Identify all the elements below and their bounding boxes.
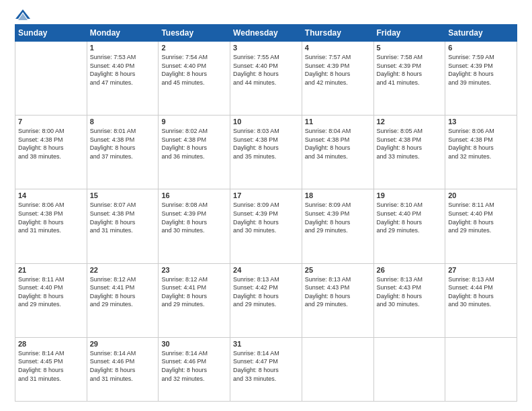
day-number: 27 xyxy=(448,266,514,274)
day-number: 19 xyxy=(377,191,443,199)
day-info: Sunrise: 8:11 AM Sunset: 4:40 PM Dayligh… xyxy=(18,275,84,309)
day-info: Sunrise: 8:02 AM Sunset: 4:38 PM Dayligh… xyxy=(161,127,227,161)
calendar-cell: 13Sunrise: 8:06 AM Sunset: 4:38 PM Dayli… xyxy=(445,116,517,189)
weekday-monday: Monday xyxy=(87,25,159,42)
day-info: Sunrise: 8:04 AM Sunset: 4:38 PM Dayligh… xyxy=(305,127,371,161)
weekday-saturday: Saturday xyxy=(445,25,517,42)
day-info: Sunrise: 8:13 AM Sunset: 4:42 PM Dayligh… xyxy=(233,275,299,309)
calendar-cell: 30Sunrise: 8:14 AM Sunset: 4:46 PM Dayli… xyxy=(159,337,230,401)
day-number: 9 xyxy=(161,118,227,126)
logo xyxy=(15,12,30,17)
week-row-3: 21Sunrise: 8:11 AM Sunset: 4:40 PM Dayli… xyxy=(15,263,517,337)
day-number: 15 xyxy=(90,191,156,199)
calendar-cell: 18Sunrise: 8:09 AM Sunset: 4:39 PM Dayli… xyxy=(302,189,373,263)
day-info: Sunrise: 7:55 AM Sunset: 4:40 PM Dayligh… xyxy=(233,53,299,87)
calendar-cell: 16Sunrise: 8:08 AM Sunset: 4:39 PM Dayli… xyxy=(159,189,230,263)
calendar-cell: 27Sunrise: 8:13 AM Sunset: 4:44 PM Dayli… xyxy=(445,263,517,337)
calendar-cell xyxy=(302,337,373,401)
calendar-cell xyxy=(373,337,445,401)
day-number: 26 xyxy=(377,266,443,274)
day-info: Sunrise: 8:14 AM Sunset: 4:47 PM Dayligh… xyxy=(233,349,299,383)
day-info: Sunrise: 8:12 AM Sunset: 4:41 PM Dayligh… xyxy=(161,275,227,309)
calendar-cell: 12Sunrise: 8:05 AM Sunset: 4:38 PM Dayli… xyxy=(373,116,445,189)
day-number: 5 xyxy=(377,44,443,52)
day-number: 31 xyxy=(233,340,299,348)
calendar-cell: 5Sunrise: 7:58 AM Sunset: 4:39 PM Daylig… xyxy=(373,42,445,116)
calendar-cell: 4Sunrise: 7:57 AM Sunset: 4:39 PM Daylig… xyxy=(302,42,373,116)
calendar-cell: 29Sunrise: 8:14 AM Sunset: 4:46 PM Dayli… xyxy=(87,337,159,401)
day-number: 1 xyxy=(90,44,156,52)
day-number: 4 xyxy=(305,44,371,52)
calendar-cell: 24Sunrise: 8:13 AM Sunset: 4:42 PM Dayli… xyxy=(230,263,302,337)
day-info: Sunrise: 8:10 AM Sunset: 4:40 PM Dayligh… xyxy=(377,201,443,234)
calendar-cell: 1Sunrise: 7:53 AM Sunset: 4:40 PM Daylig… xyxy=(87,42,159,116)
calendar-cell: 26Sunrise: 8:13 AM Sunset: 4:43 PM Dayli… xyxy=(373,263,445,337)
day-number: 24 xyxy=(233,266,299,274)
day-info: Sunrise: 8:13 AM Sunset: 4:44 PM Dayligh… xyxy=(448,275,514,309)
day-number: 23 xyxy=(161,266,227,274)
calendar-cell: 31Sunrise: 8:14 AM Sunset: 4:47 PM Dayli… xyxy=(230,337,302,401)
calendar-cell: 28Sunrise: 8:14 AM Sunset: 4:45 PM Dayli… xyxy=(15,337,87,401)
day-number: 18 xyxy=(305,191,371,199)
day-info: Sunrise: 8:06 AM Sunset: 4:38 PM Dayligh… xyxy=(448,127,514,161)
day-number: 28 xyxy=(18,340,84,348)
week-row-2: 14Sunrise: 8:06 AM Sunset: 4:38 PM Dayli… xyxy=(15,189,517,263)
day-number: 20 xyxy=(448,191,514,199)
day-number: 14 xyxy=(18,191,84,199)
calendar-cell: 10Sunrise: 8:03 AM Sunset: 4:38 PM Dayli… xyxy=(230,116,302,189)
calendar-cell: 15Sunrise: 8:07 AM Sunset: 4:38 PM Dayli… xyxy=(87,189,159,263)
day-number: 25 xyxy=(305,266,371,274)
day-info: Sunrise: 8:14 AM Sunset: 4:46 PM Dayligh… xyxy=(90,349,156,383)
day-info: Sunrise: 8:00 AM Sunset: 4:38 PM Dayligh… xyxy=(18,127,84,161)
day-info: Sunrise: 8:07 AM Sunset: 4:38 PM Dayligh… xyxy=(90,201,156,234)
day-number: 6 xyxy=(448,44,514,52)
day-number: 2 xyxy=(161,44,227,52)
calendar-cell: 2Sunrise: 7:54 AM Sunset: 4:40 PM Daylig… xyxy=(159,42,230,116)
day-info: Sunrise: 8:11 AM Sunset: 4:40 PM Dayligh… xyxy=(448,201,514,234)
day-info: Sunrise: 8:13 AM Sunset: 4:43 PM Dayligh… xyxy=(377,275,443,309)
weekday-friday: Friday xyxy=(373,25,445,42)
calendar-cell: 11Sunrise: 8:04 AM Sunset: 4:38 PM Dayli… xyxy=(302,116,373,189)
day-info: Sunrise: 8:13 AM Sunset: 4:43 PM Dayligh… xyxy=(305,275,371,309)
day-number: 11 xyxy=(305,118,371,126)
day-info: Sunrise: 8:08 AM Sunset: 4:39 PM Dayligh… xyxy=(161,201,227,234)
day-info: Sunrise: 8:06 AM Sunset: 4:38 PM Dayligh… xyxy=(18,201,84,234)
weekday-sunday: Sunday xyxy=(15,25,87,42)
calendar-cell: 14Sunrise: 8:06 AM Sunset: 4:38 PM Dayli… xyxy=(15,189,87,263)
calendar-cell: 8Sunrise: 8:01 AM Sunset: 4:38 PM Daylig… xyxy=(87,116,159,189)
day-info: Sunrise: 8:09 AM Sunset: 4:39 PM Dayligh… xyxy=(305,201,371,234)
calendar-cell: 23Sunrise: 8:12 AM Sunset: 4:41 PM Dayli… xyxy=(159,263,230,337)
day-number: 8 xyxy=(90,118,156,126)
calendar-cell: 25Sunrise: 8:13 AM Sunset: 4:43 PM Dayli… xyxy=(302,263,373,337)
day-info: Sunrise: 8:01 AM Sunset: 4:38 PM Dayligh… xyxy=(90,127,156,161)
calendar-cell: 22Sunrise: 8:12 AM Sunset: 4:41 PM Dayli… xyxy=(87,263,159,337)
calendar-cell: 19Sunrise: 8:10 AM Sunset: 4:40 PM Dayli… xyxy=(373,189,445,263)
week-row-4: 28Sunrise: 8:14 AM Sunset: 4:45 PM Dayli… xyxy=(15,337,517,401)
week-row-1: 7Sunrise: 8:00 AM Sunset: 4:38 PM Daylig… xyxy=(15,116,517,189)
day-info: Sunrise: 7:57 AM Sunset: 4:39 PM Dayligh… xyxy=(305,53,371,87)
day-info: Sunrise: 7:58 AM Sunset: 4:39 PM Dayligh… xyxy=(377,53,443,87)
calendar-cell: 17Sunrise: 8:09 AM Sunset: 4:39 PM Dayli… xyxy=(230,189,302,263)
day-info: Sunrise: 8:09 AM Sunset: 4:39 PM Dayligh… xyxy=(233,201,299,234)
day-number: 16 xyxy=(161,191,227,199)
calendar-cell: 9Sunrise: 8:02 AM Sunset: 4:38 PM Daylig… xyxy=(159,116,230,189)
day-info: Sunrise: 8:14 AM Sunset: 4:45 PM Dayligh… xyxy=(18,349,84,383)
calendar-cell: 3Sunrise: 7:55 AM Sunset: 4:40 PM Daylig… xyxy=(230,42,302,116)
calendar-cell: 6Sunrise: 7:59 AM Sunset: 4:39 PM Daylig… xyxy=(445,42,517,116)
day-number: 13 xyxy=(448,118,514,126)
calendar-cell: 20Sunrise: 8:11 AM Sunset: 4:40 PM Dayli… xyxy=(445,189,517,263)
day-info: Sunrise: 8:12 AM Sunset: 4:41 PM Dayligh… xyxy=(90,275,156,309)
calendar-table: SundayMondayTuesdayWednesdayThursdayFrid… xyxy=(15,24,517,402)
calendar-cell: 7Sunrise: 8:00 AM Sunset: 4:38 PM Daylig… xyxy=(15,116,87,189)
day-number: 12 xyxy=(377,118,443,126)
day-number: 30 xyxy=(161,340,227,348)
calendar-cell xyxy=(445,337,517,401)
week-row-0: 1Sunrise: 7:53 AM Sunset: 4:40 PM Daylig… xyxy=(15,42,517,116)
day-number: 22 xyxy=(90,266,156,274)
weekday-tuesday: Tuesday xyxy=(159,25,230,42)
day-info: Sunrise: 7:53 AM Sunset: 4:40 PM Dayligh… xyxy=(90,53,156,87)
weekday-header-row: SundayMondayTuesdayWednesdayThursdayFrid… xyxy=(15,25,517,42)
day-number: 29 xyxy=(90,340,156,348)
weekday-thursday: Thursday xyxy=(302,25,373,42)
calendar-cell: 21Sunrise: 8:11 AM Sunset: 4:40 PM Dayli… xyxy=(15,263,87,337)
